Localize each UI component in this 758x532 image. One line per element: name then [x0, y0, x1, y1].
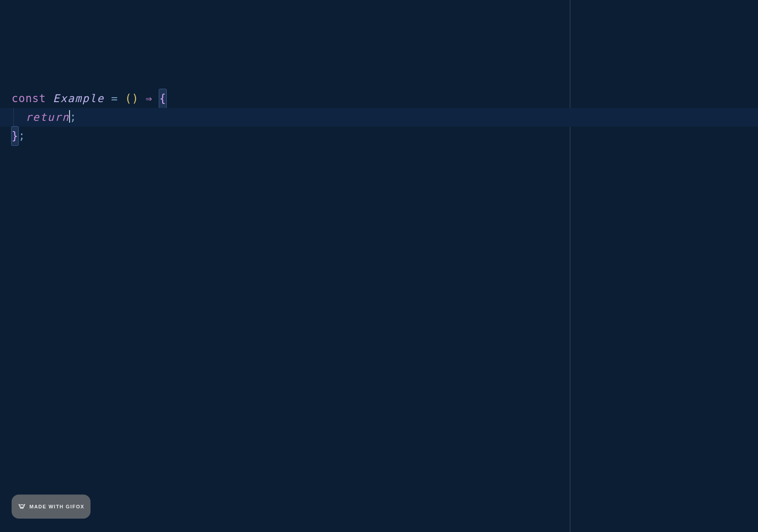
equals-operator: =	[104, 92, 125, 105]
fox-icon	[18, 503, 26, 511]
gifox-watermark: MADE WITH GIFOX	[12, 495, 91, 519]
code-line-3[interactable]: };	[0, 127, 758, 145]
code-editor[interactable]: const Example = () ⇒ { return; }; MADE W…	[0, 0, 758, 532]
paren-open: (	[125, 92, 132, 105]
identifier-example: Example	[53, 92, 104, 105]
keyword-const: const	[12, 92, 46, 105]
paren-close: )	[132, 92, 139, 105]
watermark-label: MADE WITH GIFOX	[29, 497, 84, 516]
keyword-return: return	[25, 111, 70, 124]
semicolon: ;	[18, 130, 25, 142]
semicolon: ;	[70, 111, 77, 124]
arrow-operator: ⇒	[139, 92, 159, 105]
indent-guide	[13, 108, 14, 127]
code-line-1[interactable]: const Example = () ⇒ {	[0, 89, 758, 108]
brace-open-highlight: {	[159, 89, 166, 108]
brace-close-highlight: }	[12, 127, 18, 145]
code-line-2-current[interactable]: return;	[0, 108, 758, 127]
column-ruler	[570, 0, 570, 532]
